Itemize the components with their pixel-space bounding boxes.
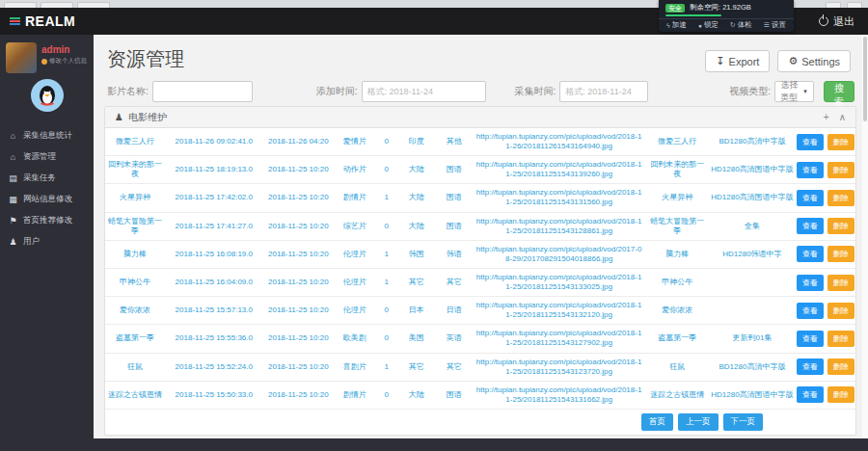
edit-profile-link[interactable]: 修改个人信息 (41, 57, 87, 66)
delete-button[interactable]: 删除 (827, 246, 854, 262)
region-cell: 大陆 (397, 388, 435, 402)
add-time-cell: 2018-11-25 16:04:09.0 (165, 276, 262, 289)
movie-name-link[interactable]: 盗墓第一季 (105, 332, 165, 345)
language-cell: 其它 (435, 360, 473, 374)
movie-name-link[interactable]: 微爱三人行 (645, 135, 709, 148)
delete-button[interactable]: 删除 (827, 331, 854, 347)
sidebar-menu-item[interactable]: ⚑ 首页推荐修改 (0, 210, 94, 231)
delete-button[interactable]: 删除 (827, 275, 854, 291)
view-button[interactable]: 查看 (797, 331, 824, 347)
tray-action[interactable]: ☰ 设置 (764, 20, 786, 30)
language-cell: 国语 (435, 388, 473, 402)
view-button[interactable]: 查看 (797, 134, 824, 150)
avatar[interactable] (6, 42, 37, 73)
image-url-link[interactable]: http://tupian.tupianzy.com/pic/upload/vo… (473, 327, 645, 350)
region-cell: 印度 (397, 135, 435, 148)
movie-name-link[interactable]: 甲神公牛 (105, 276, 165, 289)
image-url-link[interactable]: http://tupian.tupianzy.com/pic/upload/vo… (473, 130, 645, 153)
brand-logo[interactable]: REALM (0, 13, 75, 29)
export-label: Export (729, 56, 760, 67)
movie-name-link[interactable]: 脑力棒 (105, 248, 165, 261)
add-icon[interactable]: + (824, 113, 829, 122)
settings-button[interactable]: ⚙ Settings (777, 50, 851, 72)
movie-name-link[interactable]: 迷踪之古镇恩情 (645, 388, 709, 402)
collect-time-cell: 2018-11-25 10:20 (262, 332, 334, 345)
tray-action[interactable]: ↻ 体检 (730, 20, 752, 30)
sidebar-menu-item[interactable]: ⌂ 资源管理 (0, 146, 94, 168)
view-button[interactable]: 查看 (797, 358, 824, 375)
count-cell: 0 (375, 163, 397, 176)
tray-action[interactable]: ● 锁定 (698, 20, 719, 30)
scrollbar[interactable] (862, 35, 868, 438)
delete-button[interactable]: 删除 (827, 303, 854, 319)
sidebar-menu-item[interactable]: ♟ 用户 (0, 231, 94, 252)
region-cell: 大陆 (397, 163, 435, 176)
movie-name-link[interactable]: 火星异种 (105, 191, 165, 204)
sidebar-menu-item[interactable]: ▦ 网站信息修改 (0, 189, 94, 210)
sidebar-menu-item[interactable]: ▤ 采集任务 (0, 168, 94, 189)
sidebar-item-label: 网站信息修改 (23, 194, 72, 205)
view-button[interactable]: 查看 (797, 275, 824, 291)
tray-action[interactable]: ϟ 加速 (666, 20, 687, 30)
qq-avatar[interactable] (31, 79, 64, 112)
view-button[interactable]: 查看 (797, 162, 824, 178)
movie-name-link[interactable]: 脑力棒 (645, 248, 709, 261)
movie-name-link[interactable]: 狂鼠 (105, 360, 165, 374)
collect-time-cell: 2018-11-25 10:20 (262, 220, 334, 233)
delete-button[interactable]: 删除 (827, 190, 854, 206)
view-button[interactable]: 查看 (797, 246, 824, 262)
movie-name-input[interactable] (152, 81, 253, 102)
export-button[interactable]: ↧ Export (705, 50, 770, 72)
video-type-select[interactable]: 选择类型 ▼ (774, 81, 814, 102)
image-url-link[interactable]: http://tupian.tupianzy.com/pic/upload/vo… (473, 356, 645, 379)
delete-button[interactable]: 删除 (827, 386, 854, 403)
next-page-button[interactable]: 下一页 (723, 413, 764, 431)
region-cell: 大陆 (397, 220, 435, 233)
table-row: 脑力棒 2018-11-25 16:08:19.0 2018-11-25 10:… (105, 241, 855, 269)
movie-name-link[interactable]: 甲神公牛 (645, 276, 709, 289)
image-url-link[interactable]: http://tupian.tupianzy.com/pic/upload/vo… (473, 384, 645, 407)
image-url-link[interactable]: http://tupian.tupianzy.com/pic/upload/vo… (473, 158, 645, 181)
movie-name-link[interactable]: 回到未来的那一夜 (105, 158, 165, 181)
collect-time-input[interactable] (559, 81, 648, 102)
logout-button[interactable]: 退出 (819, 8, 854, 35)
count-cell: 0 (375, 135, 397, 148)
add-time-cell: 2018-11-25 17:42:02.0 (165, 191, 262, 204)
language-cell: 英语 (435, 332, 473, 345)
add-time-cell: 2018-11-25 15:52:24.0 (165, 360, 262, 374)
movie-name-link[interactable]: 微爱三人行 (105, 135, 165, 148)
movie-name-link[interactable]: 狂鼠 (645, 360, 709, 374)
prev-page-button[interactable]: 上一页 (678, 413, 719, 431)
movie-name-link[interactable]: 迷踪之古镇恩情 (105, 388, 165, 402)
first-page-button[interactable]: 首页 (641, 413, 673, 431)
add-time-cell: 2018-11-25 15:50:33.0 (165, 388, 262, 402)
image-url-link[interactable]: http://tupian.tupianzy.com/pic/upload/vo… (473, 215, 645, 238)
gear-icon: ⚙ (788, 55, 798, 67)
delete-button[interactable]: 删除 (827, 218, 854, 234)
view-button[interactable]: 查看 (797, 303, 824, 319)
movie-name-link[interactable]: 蜡笔大冒险第一季 (645, 215, 709, 238)
view-button[interactable]: 查看 (797, 190, 824, 206)
add-time-input[interactable] (362, 81, 486, 102)
movie-name-link[interactable]: 回到未来的那一夜 (645, 158, 709, 181)
view-button[interactable]: 查看 (797, 218, 824, 234)
search-button[interactable]: 搜索 (824, 81, 854, 102)
image-url-link[interactable]: http://tupian.tupianzy.com/pic/upload/vo… (473, 243, 645, 266)
movie-name-link[interactable]: 爱你浓浓 (105, 304, 165, 317)
image-url-link[interactable]: http://tupian.tupianzy.com/pic/upload/vo… (473, 299, 645, 322)
movie-name-link[interactable]: 盗墓第一季 (645, 332, 709, 345)
movie-name-link[interactable]: 火星异种 (645, 191, 709, 204)
view-button[interactable]: 查看 (797, 386, 824, 403)
delete-button[interactable]: 删除 (827, 358, 854, 375)
delete-button[interactable]: 删除 (827, 162, 854, 178)
delete-button[interactable]: 删除 (827, 134, 854, 150)
collect-time-cell: 2018-11-25 10:20 (262, 248, 334, 261)
image-url-link[interactable]: http://tupian.tupianzy.com/pic/upload/vo… (473, 271, 645, 294)
movie-name-link[interactable]: 蜡笔大冒险第一季 (105, 215, 165, 238)
collapse-icon[interactable]: ∧ (839, 113, 846, 122)
remaining-space-text: 剩余空间: 21.92GB (690, 3, 751, 13)
sidebar-menu-item[interactable]: ⌂ 采集信息统计 (0, 125, 94, 146)
image-url-link[interactable]: http://tupian.tupianzy.com/pic/upload/vo… (473, 186, 645, 209)
scrollbar-thumb[interactable] (863, 37, 867, 121)
movie-name-link[interactable]: 爱你浓浓 (645, 304, 709, 317)
